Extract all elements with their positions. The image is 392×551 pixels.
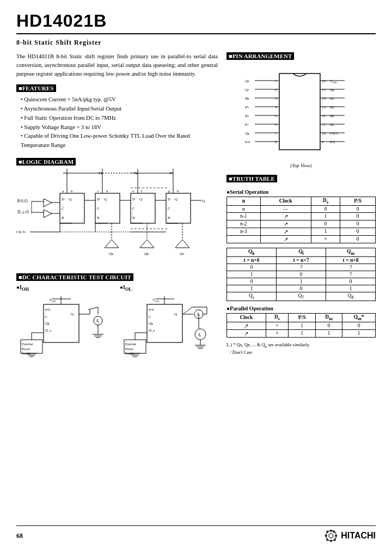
- svg-text:P/S: P/S: [149, 308, 154, 312]
- svg-marker-6: [44, 210, 52, 218]
- svg-text:VDD: VDD: [330, 79, 337, 84]
- svg-text:a: a: [62, 189, 64, 193]
- svg-text:Q₈: Q₈: [180, 252, 184, 256]
- feature-item: Quiescent Current = 5nA/pkg typ. @5V: [21, 95, 218, 105]
- svg-rect-191: [326, 538, 329, 541]
- svg-text:Q: Q: [174, 312, 177, 316]
- svg-text:D: D: [62, 197, 64, 201]
- serial-truth-table: n Clock Ds P/S n — 0 0: [226, 197, 376, 243]
- tt-subheader-2: t = n+7: [277, 256, 326, 264]
- svg-text:P₄: P₄: [330, 123, 334, 127]
- top-view-label: (Top View): [226, 163, 376, 168]
- tt-header-n: n: [227, 197, 261, 206]
- svg-text:P₆: P₆: [245, 114, 249, 118]
- features-list: Quiescent Current = 5nA/pkg typ. @5V Asy…: [16, 95, 218, 150]
- iol-circuit: ●IOL VDD P/S C Q₁ D_s Q: [120, 284, 218, 365]
- table-row: Qs Q7 Q8: [227, 292, 376, 301]
- svg-text:9: 9: [322, 140, 324, 144]
- svg-text:11: 11: [322, 123, 326, 127]
- svg-text:8: 8: [275, 140, 277, 144]
- svg-text:Q₈: Q₈: [245, 79, 249, 83]
- feature-item: Supply Voltage Range = 3 to 18V: [21, 123, 218, 132]
- dc-characteristic-section: ■DC CHARACTERISTIC TEST CIRCUIT ●IOH VDD…: [16, 273, 218, 365]
- pin-arrangement-header: ■PIN ARRANGEMENT: [226, 52, 294, 60]
- table-row: ↗ × 1 0 0: [227, 322, 376, 329]
- svg-marker-59: [175, 240, 189, 248]
- svg-text:External: External: [125, 342, 137, 346]
- svg-text:d: d: [106, 189, 108, 193]
- svg-rect-193: [326, 530, 329, 533]
- feature-item: Capable of Driving One Low-power Schottk…: [21, 132, 218, 150]
- table-row: n-2 ↗ 0 0: [227, 220, 376, 228]
- svg-text:Power: Power: [22, 347, 30, 351]
- svg-rect-192: [334, 538, 336, 541]
- svg-text:16: 16: [322, 79, 326, 83]
- logic-diagram-svg: P/S O D_s O D Q C: [16, 169, 218, 267]
- svg-line-118: [182, 311, 188, 314]
- svg-text:c: c: [97, 189, 99, 193]
- tt-header-clock: Clock: [260, 197, 311, 206]
- svg-text:P₇: P₇: [245, 123, 249, 127]
- svg-text:Q: Q: [175, 197, 177, 201]
- page-subtitle: 8-bit Static Shift Register: [16, 39, 376, 47]
- svg-text:Q₁: Q₁: [245, 131, 249, 136]
- svg-text:CK/1: CK/1: [330, 131, 339, 136]
- truth-table-section: ■TRUTH TABLE ●Serial Operation n Clock D…: [226, 175, 376, 356]
- svg-text:5: 5: [275, 114, 277, 118]
- svg-text:Q₁: Q₁: [109, 252, 113, 256]
- svg-text:b: b: [71, 189, 73, 193]
- svg-text:4: 4: [275, 105, 277, 109]
- hitachi-gear-icon: [324, 529, 338, 542]
- table-row: n — 0 0: [227, 205, 376, 212]
- pin-arrangement-section: ■PIN ARRANGEMENT Q₈ 1 Q₇ 2: [226, 52, 376, 168]
- svg-rect-135: [279, 74, 320, 150]
- svg-text:Q: Q: [69, 197, 71, 201]
- svg-rect-188: [325, 535, 327, 536]
- logic-diagram-section: ■LOGIC DIAGRAM P/S O D_s O: [16, 158, 218, 267]
- tt-header-ps-p: P/S: [289, 313, 316, 322]
- svg-text:g: g: [168, 189, 170, 193]
- svg-text:f: f: [141, 189, 143, 193]
- svg-text:P₃: P₃: [245, 96, 249, 101]
- svg-text:D_s O: D_s O: [17, 210, 29, 215]
- svg-text:e: e: [132, 189, 134, 193]
- svg-text:P₃: P₃: [330, 114, 334, 118]
- svg-text:P/S: P/S: [245, 140, 250, 144]
- page-number: 68: [16, 532, 23, 540]
- tt-header-qm: Qm: [326, 248, 376, 256]
- serial-truth-table-2: Qk Ql Qm t = n+6 t = n+7 t = n+8 0: [226, 248, 376, 301]
- svg-text:C: C: [168, 206, 170, 211]
- svg-text:3: 3: [275, 96, 277, 101]
- svg-text:Q: Q: [202, 199, 205, 203]
- svg-text:External: External: [22, 342, 33, 346]
- svg-point-185: [329, 534, 333, 538]
- svg-text:A: A: [96, 319, 99, 323]
- svg-marker-56: [140, 240, 154, 248]
- svg-text:D_s: D_s: [149, 328, 155, 333]
- svg-marker-4: [44, 199, 52, 207]
- manufacturer-name: HITACHI: [341, 531, 376, 541]
- svg-text:D: D: [132, 197, 135, 201]
- svg-text:1: 1: [275, 79, 277, 83]
- ioh-circuit-svg: VDD P/S C Q₁ D_s Q: [16, 293, 106, 364]
- svg-text:Q: Q: [104, 197, 107, 201]
- svg-text:A: A: [198, 333, 201, 338]
- svg-rect-186: [330, 530, 332, 532]
- svg-text:R: R: [132, 216, 135, 220]
- table-row: 1 0 ?: [227, 271, 376, 278]
- svg-text:D_s: D_s: [45, 328, 52, 333]
- table-row: ↗ × 0: [227, 235, 376, 243]
- svg-text:Q₁: Q₁: [149, 321, 153, 326]
- svg-text:15: 15: [322, 88, 326, 92]
- parallel-note: L.) * Q₁, Q₂, ... & Qn are available sim…: [226, 342, 376, 356]
- svg-text:P₂: P₂: [330, 105, 334, 109]
- page-title: HD14021B: [16, 11, 376, 34]
- tt-subheader-1: t = n+6: [227, 256, 277, 264]
- tt-header-ps: P/S: [340, 197, 376, 206]
- svg-text:C: C: [62, 206, 64, 211]
- svg-text:C: C: [149, 315, 151, 319]
- svg-text:R: R: [62, 216, 64, 220]
- pin-arrangement-diagram: Q₈ 1 Q₇ 2 P₃ 3 P₅ 4 P₆: [244, 65, 358, 161]
- serial-operation-section: ●Serial Operation n Clock Ds P/S n: [226, 189, 376, 301]
- table-row: ↗ × 1 1 1: [227, 329, 376, 337]
